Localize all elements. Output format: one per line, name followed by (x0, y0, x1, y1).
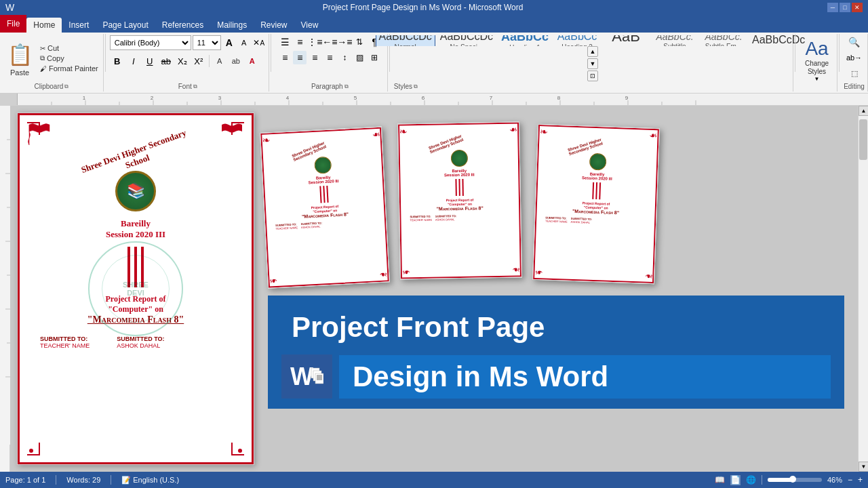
right-scrollbar: ▲ ▼ (858, 106, 868, 472)
strikethrough-button[interactable]: ab (159, 54, 174, 68)
style-subtitle[interactable]: AaBbCc. Subtitle (651, 35, 698, 46)
thumbnail-2: ❧ ❧ ❧ ❧ Shree Devi Higher Secondary Scho… (397, 121, 522, 279)
tab-file[interactable]: File (0, 15, 26, 33)
sort-button[interactable]: ⇅ (353, 35, 366, 49)
style-title[interactable]: AaB Title (602, 35, 650, 46)
tab-references[interactable]: References (155, 18, 210, 33)
text-effects-button[interactable]: A (212, 54, 227, 68)
select-button[interactable]: ⬚ (848, 66, 861, 80)
style-no-spacing[interactable]: AaBbCcDc No Spaci... (437, 35, 496, 46)
scroll-thumb[interactable] (859, 119, 867, 160)
close-button[interactable]: ✕ (852, 3, 863, 12)
font-color-button[interactable]: A (245, 54, 260, 68)
italic-button[interactable]: I (126, 54, 141, 68)
submitted-by-section: SUBMITTED TO: ASHOK DAHAL (117, 336, 164, 349)
highlight-button[interactable]: ab (229, 54, 243, 68)
maximize-button[interactable]: □ (840, 3, 850, 12)
zoom-in-button[interactable]: + (858, 475, 863, 485)
thumb-inner-2: ❧ ❧ ❧ ❧ Shree Devi Higher Secondary Scho… (398, 122, 521, 279)
cut-button[interactable]: ✂ Cut (38, 43, 100, 53)
zoom-out-button[interactable]: − (848, 475, 852, 485)
school-logo: 📚 (115, 171, 156, 211)
tab-home[interactable]: Home (26, 18, 62, 33)
tab-mailings[interactable]: Mailings (210, 18, 254, 33)
styles-more-button[interactable]: ⊡ (587, 70, 598, 81)
zoom-slider[interactable] (768, 478, 822, 482)
style-heading1[interactable]: AaBbCc Heading 1 (498, 35, 552, 46)
styles-expand-icon[interactable]: ⧉ (414, 83, 418, 90)
clear-formatting-button[interactable]: ✕A (252, 36, 266, 49)
font-size-select[interactable]: 11 (193, 35, 221, 50)
tab-insert[interactable]: Insert (62, 18, 96, 33)
document-area: Shree Devi Higher Secondary School 📚 Bar… (10, 106, 858, 472)
line-spacing-button[interactable]: ↕ (338, 51, 351, 64)
status-divider1 (56, 475, 56, 485)
align-center-button[interactable]: ≡ (293, 51, 307, 64)
thumb-session-2: BareillySession 2020 III (406, 168, 513, 178)
styles-scroll-down[interactable]: ▼ (587, 58, 598, 69)
copy-button[interactable]: ⧉ Copy (38, 54, 100, 63)
styles-scroll-buttons: ▲ ▼ ⊡ (587, 46, 598, 81)
shading-button[interactable]: ▨ (353, 51, 366, 64)
numbering-button[interactable]: ≡ (293, 35, 307, 49)
tab-view[interactable]: View (294, 18, 326, 33)
replace-button[interactable]: ab→ (848, 51, 861, 64)
svg-text:5: 5 (354, 95, 357, 101)
bold-button[interactable]: B (110, 54, 125, 68)
thumb-footer-3: SUBMITTED TO: TEACHER' NAME SUBMITTED TO… (542, 216, 649, 226)
scroll-down-button[interactable]: ▼ (859, 462, 868, 472)
web-layout-button[interactable]: 🌐 (746, 475, 756, 485)
word-logo-box: W (281, 354, 332, 399)
svg-point-39 (29, 125, 33, 129)
edit-group-label: Editing (844, 81, 865, 90)
align-left-button[interactable]: ≡ (278, 51, 292, 64)
title-text: Project Front Page Design in Ms Word - M… (18, 3, 827, 12)
banner-top: Project Front Page (281, 306, 831, 349)
bullets-button[interactable]: ☰ (278, 35, 292, 49)
underline-button[interactable]: U (142, 54, 157, 68)
style-normal[interactable]: AaBbCcDc Normal (376, 35, 435, 46)
thumbnail-3: ❧ ❧ ❧ ❧ Shree Devi Higher Secondary Scho… (532, 124, 660, 284)
spell-check-icon: 📝 (121, 476, 131, 485)
separator4 (795, 34, 795, 72)
minimize-button[interactable]: ─ (827, 3, 838, 12)
status-divider2 (111, 475, 111, 485)
banner-title: Project Front Page (292, 311, 545, 344)
style-subtle-emphasis[interactable]: AaBbCc. Subtle Em... (700, 35, 747, 46)
justify-button[interactable]: ≡ (323, 51, 336, 64)
paragraph-group: ☰ ≡ ⋮≡ ←≡ →≡ ⇅ ¶ ≡ ≡ ≡ ≡ ↕ ▨ ⊞ Paragraph… (273, 34, 388, 92)
thumb-corner-tr-2: ❧ (509, 124, 517, 135)
styles-scroll-up[interactable]: ▲ (587, 46, 598, 57)
svg-rect-0 (18, 94, 868, 106)
increase-indent-button[interactable]: →≡ (338, 35, 351, 49)
align-right-button[interactable]: ≡ (308, 51, 321, 64)
word-logo: W (290, 363, 323, 391)
paragraph-expand-icon[interactable]: ⧉ (344, 83, 349, 90)
style-heading2-preview: AaBbCc (557, 35, 597, 42)
thumb-logo-1 (314, 157, 332, 174)
superscript-button[interactable]: X² (191, 54, 206, 68)
find-button[interactable]: 🔍 (848, 35, 861, 49)
decrease-font-size-button[interactable]: A (237, 36, 251, 49)
decrease-indent-button[interactable]: ←≡ (323, 35, 336, 49)
clipboard-expand-icon[interactable]: ⧉ (64, 83, 68, 90)
format-painter-button[interactable]: 🖌 Format Painter (38, 64, 100, 73)
style-heading2[interactable]: AaBbCc Heading 2 (553, 35, 601, 46)
tab-review[interactable]: Review (254, 18, 294, 33)
print-layout-button[interactable]: 📄 (730, 475, 741, 485)
change-styles-button[interactable]: Aa ChangeStyles ▼ (802, 35, 831, 85)
paste-button[interactable]: 📋 Paste (3, 39, 37, 78)
ribbon-content: 📋 Paste ✂ Cut ⧉ Copy 🖌 Format Painter C (0, 33, 868, 94)
font-group: Calibri (Body) 11 A A ✕A B I U ab X₂ X² … (107, 34, 269, 92)
font-group-label: Font ⧉ (178, 81, 197, 90)
font-name-select[interactable]: Calibri (Body) (110, 35, 191, 50)
subscript-button[interactable]: X₂ (175, 54, 190, 68)
borders-button[interactable]: ⊞ (368, 51, 381, 64)
read-mode-button[interactable]: 📖 (715, 475, 725, 485)
tab-page-layout[interactable]: Page Layout (96, 18, 155, 33)
font-expand-icon[interactable]: ⧉ (193, 83, 197, 90)
multilevel-list-button[interactable]: ⋮≡ (308, 35, 321, 49)
scroll-up-button[interactable]: ▲ (859, 106, 868, 116)
separator2 (271, 34, 271, 72)
increase-font-size-button[interactable]: A (222, 36, 236, 49)
